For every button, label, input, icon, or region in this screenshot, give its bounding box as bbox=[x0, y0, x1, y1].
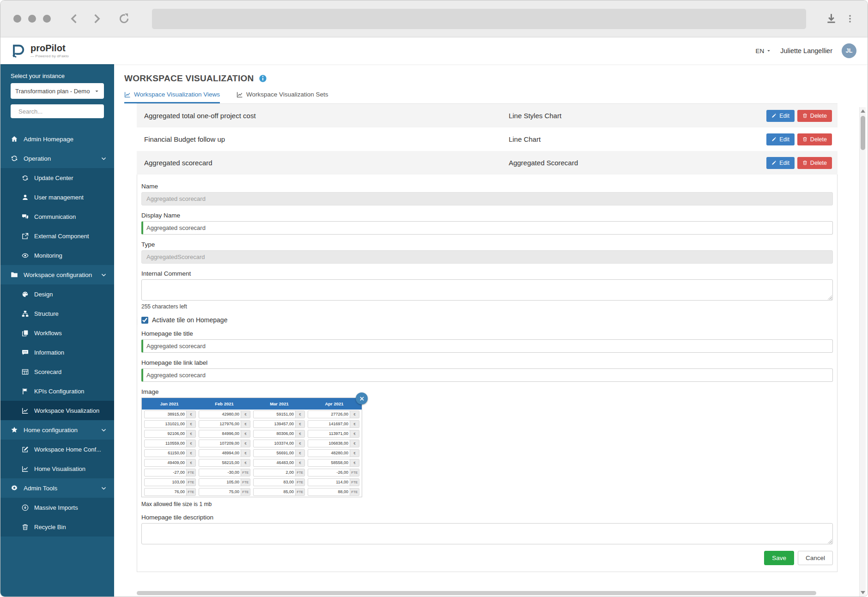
preview-value: 42980,00 bbox=[199, 411, 241, 418]
scroll-down-arrow[interactable] bbox=[861, 591, 865, 594]
sidebar-item-external-component[interactable]: External Component bbox=[0, 226, 114, 246]
view-row: Aggregated scorecardAggregated Scorecard… bbox=[137, 151, 838, 175]
user-icon bbox=[22, 194, 29, 201]
name-input[interactable] bbox=[141, 192, 833, 205]
sidebar-item-admin-homepage[interactable]: Admin Homepage bbox=[0, 129, 114, 149]
window-control-dot[interactable] bbox=[28, 15, 36, 23]
back-icon[interactable] bbox=[68, 13, 80, 24]
edit-button[interactable]: Edit bbox=[766, 133, 795, 145]
preview-cell: 49409,00€ bbox=[144, 459, 196, 467]
sidebar-item-communication[interactable]: Communication bbox=[0, 207, 114, 226]
internal-comment-textarea[interactable] bbox=[141, 279, 833, 301]
sidebar-item-information[interactable]: Information bbox=[0, 343, 114, 362]
preview-unit: € bbox=[350, 421, 359, 428]
horizontal-scrollbar-thumb[interactable] bbox=[137, 591, 816, 595]
logo: proPilot — Powered by dFakto bbox=[10, 42, 69, 59]
sidebar-item-kpis-configuration[interactable]: KPIs Configuration bbox=[0, 381, 114, 401]
remove-image-button[interactable] bbox=[356, 392, 368, 404]
preview-cell: -30,00FTE bbox=[199, 469, 250, 476]
preview-unit: € bbox=[186, 440, 195, 447]
sidebar-item-operation[interactable]: Operation bbox=[0, 149, 114, 168]
preview-unit: FTE bbox=[241, 479, 250, 486]
display-name-input[interactable] bbox=[141, 221, 833, 235]
close-icon bbox=[359, 396, 364, 401]
preview-cell: 48994,00€ bbox=[199, 449, 250, 457]
tab-workspace-visualization-views[interactable]: Workspace Visualization Views bbox=[124, 91, 220, 103]
delete-button[interactable]: Delete bbox=[797, 133, 832, 145]
preview-value: 48994,00 bbox=[199, 450, 241, 457]
sidebar-item-design[interactable]: Design bbox=[0, 284, 114, 304]
type-input[interactable] bbox=[141, 250, 833, 264]
tab-label: Workspace Visualization Sets bbox=[246, 91, 328, 98]
delete-button[interactable]: Delete bbox=[797, 157, 832, 169]
preview-unit: FTE bbox=[186, 469, 195, 476]
view-type: Line Chart bbox=[509, 135, 766, 143]
forward-icon[interactable] bbox=[91, 13, 103, 24]
url-bar[interactable] bbox=[152, 9, 806, 29]
tile-title-input[interactable] bbox=[141, 339, 833, 353]
sidebar-item-structure[interactable]: Structure bbox=[0, 304, 114, 323]
pencil-square-icon bbox=[22, 446, 29, 453]
delete-button[interactable]: Delete bbox=[797, 110, 832, 122]
form-actions: Save Cancel bbox=[141, 551, 833, 565]
preview-unit: € bbox=[295, 440, 304, 447]
preview-value: 59151,00 bbox=[254, 411, 295, 418]
refresh-icon[interactable] bbox=[118, 13, 130, 24]
sidebar-item-label: Recycle Bin bbox=[34, 524, 66, 531]
internal-comment-label: Internal Comment bbox=[141, 270, 833, 277]
sidebar-item-massive-imports[interactable]: Massive Imports bbox=[0, 498, 114, 517]
preview-cell: 83,00FTE bbox=[253, 478, 305, 486]
sync-icon bbox=[11, 155, 18, 162]
sidebar-item-label: KPIs Configuration bbox=[34, 388, 84, 395]
avatar[interactable]: JL bbox=[842, 43, 856, 58]
window-control-dot[interactable] bbox=[13, 15, 21, 23]
copy-icon bbox=[22, 330, 29, 337]
window-control-dot[interactable] bbox=[43, 15, 51, 23]
activate-tile-checkbox[interactable] bbox=[141, 317, 148, 324]
sidebar-item-workspace-visualization[interactable]: Workspace Visualization bbox=[0, 401, 114, 420]
sidebar-item-workspace-home-conf[interactable]: Workspace Home Conf... bbox=[0, 440, 114, 459]
sidebar-item-recycle-bin[interactable]: Recycle Bin bbox=[0, 517, 114, 537]
preview-unit: FTE bbox=[241, 488, 250, 495]
sidebar-item-workflows[interactable]: Workflows bbox=[0, 323, 114, 343]
row-actions: EditDelete bbox=[766, 110, 832, 122]
language-selector[interactable]: EN bbox=[755, 48, 771, 54]
user-name[interactable]: Juliette Langellier bbox=[780, 47, 832, 54]
preview-unit: FTE bbox=[295, 469, 304, 476]
instance-select[interactable]: Transformation plan - Demo bbox=[11, 83, 104, 99]
save-button[interactable]: Save bbox=[764, 551, 794, 565]
scrollbar-thumb[interactable] bbox=[861, 116, 865, 150]
download-icon[interactable] bbox=[826, 13, 837, 24]
tile-link-label: Homepage tile link label bbox=[141, 359, 833, 366]
preview-unit: FTE bbox=[186, 488, 195, 495]
sidebar-item-workspace-configuration[interactable]: Workspace configuration bbox=[0, 265, 114, 284]
vertical-scrollbar[interactable] bbox=[859, 107, 866, 597]
sidebar-item-user-management[interactable]: User management bbox=[0, 187, 114, 207]
sidebar-item-update-center[interactable]: Update Center bbox=[0, 168, 114, 187]
tab-workspace-visualization-sets[interactable]: Workspace Visualization Sets bbox=[237, 91, 328, 103]
edit-button[interactable]: Edit bbox=[766, 157, 795, 169]
page-title: WORKSPACE VISUALIZATION bbox=[124, 73, 254, 84]
tile-description-textarea[interactable] bbox=[141, 523, 833, 544]
search-input[interactable] bbox=[18, 108, 100, 115]
sidebar-item-scorecard[interactable]: Scorecard bbox=[0, 362, 114, 381]
browser-menu-icon[interactable] bbox=[845, 13, 855, 24]
info-icon[interactable] bbox=[259, 74, 267, 83]
activate-tile-label[interactable]: Activate tile on Homepage bbox=[152, 316, 227, 324]
horizontal-scrollbar[interactable] bbox=[137, 591, 838, 595]
preview-row: 38915,00€42980,00€59151,00€27726,00€ bbox=[142, 410, 362, 419]
scroll-up-arrow[interactable] bbox=[861, 109, 865, 113]
edit-button[interactable]: Edit bbox=[766, 110, 795, 122]
resize-grip[interactable] bbox=[827, 295, 832, 300]
preview-value: 127976,00 bbox=[199, 421, 241, 428]
cancel-button[interactable]: Cancel bbox=[798, 551, 833, 565]
sidebar-item-home-visualisation[interactable]: Home Visualisation bbox=[0, 459, 114, 478]
preview-unit: € bbox=[241, 430, 250, 437]
sidebar-item-monitoring[interactable]: Monitoring bbox=[0, 246, 114, 265]
sidebar-item-home-configuration[interactable]: Home configuration bbox=[0, 420, 114, 440]
resize-grip[interactable] bbox=[827, 538, 832, 543]
gear-icon bbox=[11, 484, 18, 492]
row-actions: EditDelete bbox=[766, 133, 832, 145]
tile-link-input[interactable] bbox=[141, 368, 833, 382]
sidebar-item-admin-tools[interactable]: Admin Tools bbox=[0, 478, 114, 498]
